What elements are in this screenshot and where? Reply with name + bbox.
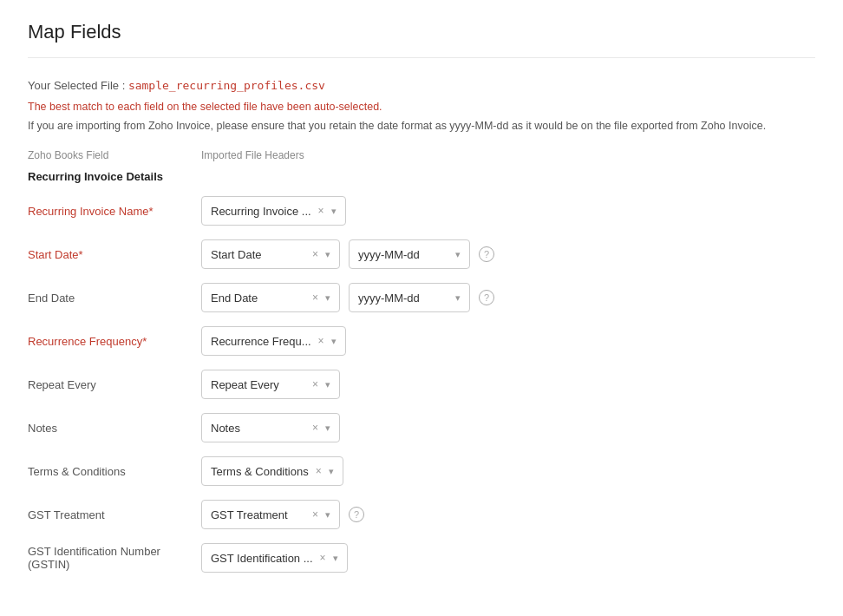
field-controls-gst-treatment: GST Treatment×▾? xyxy=(201,500,364,529)
col-header-zoho-books: Zoho Books Field xyxy=(28,149,201,161)
dropdown1-repeat-every[interactable]: Repeat Every×▾ xyxy=(201,370,340,399)
dropdown1-clear-recurring-invoice-name[interactable]: × xyxy=(317,205,326,217)
field-label-gst-identification-number: GST Identification Number (GSTIN) xyxy=(28,545,201,571)
dropdown1-gst-treatment[interactable]: GST Treatment×▾ xyxy=(201,500,340,529)
dropdown1-text-terms-conditions: Terms & Conditions xyxy=(211,465,309,478)
dropdown1-text-start-date: Start Date xyxy=(211,248,305,261)
field-controls-recurring-invoice-name: Recurring Invoice ...×▾ xyxy=(201,196,346,226)
col-header-imported: Imported File Headers xyxy=(201,149,461,161)
dropdown1-text-recurring-invoice-name: Recurring Invoice ... xyxy=(211,205,311,218)
dropdown1-arrow-recurring-invoice-name: ▾ xyxy=(331,206,337,217)
field-label-repeat-every: Repeat Every xyxy=(28,378,201,391)
field-row-terms-conditions: Terms & ConditionsTerms & Conditions×▾ xyxy=(28,455,815,487)
field-label-gst-treatment: GST Treatment xyxy=(28,508,201,521)
dropdown1-clear-start-date[interactable]: × xyxy=(310,248,320,260)
dropdown1-arrow-repeat-every: ▾ xyxy=(325,379,330,390)
dropdown1-clear-gst-identification-number[interactable]: × xyxy=(318,552,328,564)
field-controls-start-date: Start Date×▾yyyy-MM-dd▾? xyxy=(201,239,494,269)
dropdown1-recurrence-frequency[interactable]: Recurrence Frequ...×▾ xyxy=(201,326,346,356)
dropdown1-arrow-end-date: ▾ xyxy=(325,292,330,304)
dropdown2-end-date[interactable]: yyyy-MM-dd▾ xyxy=(349,283,470,312)
field-row-start-date: Start Date*Start Date×▾yyyy-MM-dd▾? xyxy=(28,239,815,270)
auto-selected-text: The best match to each field on the sele… xyxy=(28,101,815,113)
field-controls-recurrence-frequency: Recurrence Frequ...×▾ xyxy=(201,326,346,356)
field-row-recurring-invoice-name: Recurring Invoice Name*Recurring Invoice… xyxy=(28,195,815,226)
dropdown1-clear-terms-conditions[interactable]: × xyxy=(314,465,323,477)
dropdown2-arrow-start-date: ▾ xyxy=(455,249,461,260)
field-label-recurrence-frequency: Recurrence Frequency* xyxy=(28,335,201,348)
selected-file-row: Your Selected File : sample_recurring_pr… xyxy=(28,79,815,92)
dropdown1-text-recurrence-frequency: Recurrence Frequ... xyxy=(211,335,311,348)
dropdown1-notes[interactable]: Notes×▾ xyxy=(201,413,340,442)
dropdown2-text-end-date: yyyy-MM-dd xyxy=(358,292,450,305)
dropdown1-text-notes: Notes xyxy=(211,422,305,435)
dropdown2-start-date[interactable]: yyyy-MM-dd▾ xyxy=(349,239,470,269)
field-row-end-date: End DateEnd Date×▾yyyy-MM-dd▾? xyxy=(28,282,815,313)
dropdown1-recurring-invoice-name[interactable]: Recurring Invoice ...×▾ xyxy=(201,196,346,226)
dropdown1-clear-recurrence-frequency[interactable]: × xyxy=(317,335,326,347)
info-section: Your Selected File : sample_recurring_pr… xyxy=(28,79,815,132)
field-label-end-date: End Date xyxy=(28,292,201,305)
column-headers: Zoho Books Field Imported File Headers xyxy=(28,146,815,165)
field-controls-terms-conditions: Terms & Conditions×▾ xyxy=(201,456,343,486)
dropdown1-arrow-start-date: ▾ xyxy=(325,249,330,260)
dropdown1-arrow-recurrence-frequency: ▾ xyxy=(331,336,337,347)
file-name: sample_recurring_profiles.csv xyxy=(128,79,325,92)
dropdown1-arrow-gst-treatment: ▾ xyxy=(325,509,330,521)
dropdown1-terms-conditions[interactable]: Terms & Conditions×▾ xyxy=(201,456,343,486)
dropdown2-arrow-end-date: ▾ xyxy=(455,292,461,304)
dropdown1-text-end-date: End Date xyxy=(211,292,305,305)
section-title: Recurring Invoice Details xyxy=(28,170,815,183)
field-label-recurring-invoice-name: Recurring Invoice Name* xyxy=(28,205,201,218)
dropdown1-text-repeat-every: Repeat Every xyxy=(211,378,305,391)
zoho-invoice-text: If you are importing from Zoho Invoice, … xyxy=(28,120,815,132)
field-label-start-date: Start Date* xyxy=(28,248,201,261)
dropdown1-arrow-notes: ▾ xyxy=(325,423,330,434)
selected-file-label: Your Selected File : xyxy=(28,79,125,92)
dropdown1-start-date[interactable]: Start Date×▾ xyxy=(201,239,340,269)
dropdown1-clear-repeat-every[interactable]: × xyxy=(310,378,320,390)
field-label-notes: Notes xyxy=(28,422,201,435)
dropdown1-clear-gst-treatment[interactable]: × xyxy=(310,508,320,521)
help-icon-start-date[interactable]: ? xyxy=(479,246,494,262)
fields-container: Recurring Invoice Name*Recurring Invoice… xyxy=(28,195,815,573)
field-label-terms-conditions: Terms & Conditions xyxy=(28,465,201,478)
dropdown1-text-gst-identification-number: GST Identification ... xyxy=(211,552,313,565)
field-row-gst-identification-number: GST Identification Number (GSTIN)GST Ide… xyxy=(28,542,815,573)
field-controls-gst-identification-number: GST Identification ...×▾ xyxy=(201,543,348,573)
field-controls-notes: Notes×▾ xyxy=(201,413,340,442)
field-row-notes: NotesNotes×▾ xyxy=(28,412,815,443)
field-row-gst-treatment: GST TreatmentGST Treatment×▾? xyxy=(28,499,815,530)
help-icon-gst-treatment[interactable]: ? xyxy=(349,507,364,522)
field-row-recurrence-frequency: Recurrence Frequency*Recurrence Frequ...… xyxy=(28,325,815,357)
dropdown1-clear-notes[interactable]: × xyxy=(310,422,320,434)
field-controls-repeat-every: Repeat Every×▾ xyxy=(201,370,340,399)
dropdown1-clear-end-date[interactable]: × xyxy=(310,292,320,304)
field-controls-end-date: End Date×▾yyyy-MM-dd▾? xyxy=(201,283,494,312)
dropdown1-gst-identification-number[interactable]: GST Identification ...×▾ xyxy=(201,543,348,573)
page-container: Map Fields Your Selected File : sample_r… xyxy=(0,0,843,606)
dropdown2-text-start-date: yyyy-MM-dd xyxy=(358,248,450,261)
page-title: Map Fields xyxy=(28,21,815,58)
field-row-repeat-every: Repeat EveryRepeat Every×▾ xyxy=(28,369,815,400)
help-icon-end-date[interactable]: ? xyxy=(479,290,494,305)
dropdown1-arrow-terms-conditions: ▾ xyxy=(329,466,334,477)
dropdown1-arrow-gst-identification-number: ▾ xyxy=(333,553,338,564)
dropdown1-text-gst-treatment: GST Treatment xyxy=(211,508,305,521)
dropdown1-end-date[interactable]: End Date×▾ xyxy=(201,283,340,312)
